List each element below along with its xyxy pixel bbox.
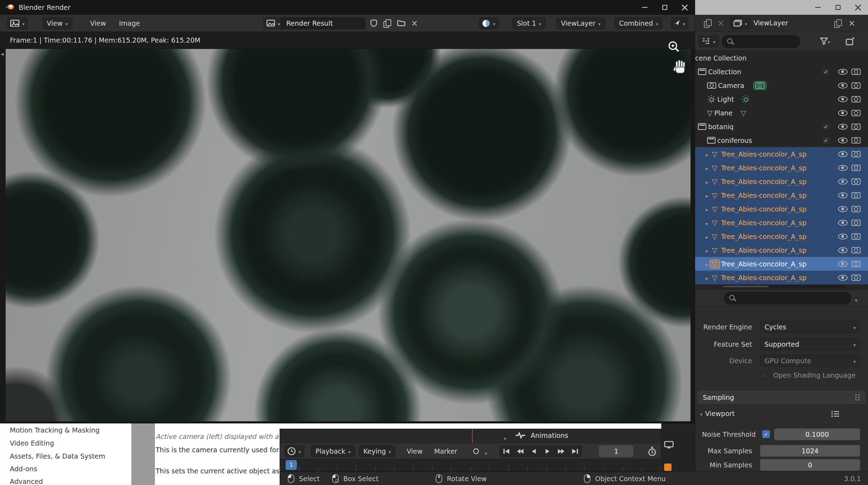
hide-in-viewport-icon[interactable]	[838, 165, 848, 171]
disable-in-renders-icon[interactable]	[851, 96, 861, 102]
outliner-row-tree-2[interactable]: Tree_Abies-concolor_A_sp	[695, 161, 868, 175]
editor-type-dropdown[interactable]	[7, 17, 28, 29]
light-data-icon[interactable]	[740, 94, 751, 104]
hide-in-viewport-icon[interactable]	[838, 96, 848, 102]
hide-in-viewport-icon[interactable]	[838, 275, 848, 281]
image-browse-dropdown[interactable]	[263, 17, 283, 29]
auto-keying-options-chevron[interactable]	[485, 449, 487, 456]
expand-arrow-icon[interactable]	[706, 178, 708, 185]
expand-arrow-icon[interactable]	[706, 164, 708, 172]
disable-in-renders-icon[interactable]	[851, 124, 861, 130]
jump-start-button[interactable]	[500, 446, 513, 456]
properties-search-input[interactable]	[724, 292, 851, 304]
outliner-row-collection[interactable]: Collection	[695, 65, 868, 78]
mesh-data-icon[interactable]	[739, 108, 748, 118]
outliner-row-scene-collection[interactable]: Scene Collection	[695, 51, 868, 65]
disable-in-renders-icon[interactable]	[851, 110, 861, 116]
outliner-row-tree-6[interactable]: Tree_Abies-concolor_A_sp	[695, 216, 868, 229]
outliner-row-botaniq[interactable]: botaniq	[695, 120, 868, 133]
slot-dropdown[interactable]: Slot 1	[512, 17, 546, 29]
outliner-row-camera[interactable]: Camera	[695, 78, 868, 92]
play-reverse-button[interactable]	[527, 446, 540, 456]
play-button[interactable]	[541, 446, 554, 456]
maximize-button[interactable]	[655, 0, 675, 15]
outliner-row-tree-7[interactable]: Tree_Abies-concolor_A_sp	[695, 229, 868, 243]
delete-scene-button[interactable]	[715, 17, 727, 29]
expand-arrow-icon[interactable]	[706, 191, 708, 199]
disable-in-renders-icon[interactable]	[851, 233, 861, 240]
docs-toc-addons[interactable]: Add-ons	[10, 465, 37, 473]
main-minimize-button[interactable]	[808, 0, 828, 15]
disable-in-renders-icon[interactable]	[851, 275, 861, 281]
hide-in-viewport-icon[interactable]	[838, 124, 848, 130]
outliner-row-tree-9-active[interactable]: Tree_Abies-concolor_A_sp	[695, 257, 868, 271]
hide-in-viewport-icon[interactable]	[838, 233, 848, 239]
keying-menu[interactable]: Keying	[359, 445, 395, 457]
menu-view[interactable]: View	[87, 17, 109, 29]
pass-dropdown[interactable]: Combined	[614, 17, 663, 29]
prev-keyframe-button[interactable]	[513, 446, 526, 456]
expand-arrow-icon[interactable]	[706, 274, 708, 282]
disable-in-renders-icon[interactable]	[851, 178, 861, 185]
cursor-options-dropdown[interactable]	[671, 17, 688, 29]
exclude-checkbox[interactable]	[822, 136, 830, 144]
playhead[interactable]: 1	[286, 460, 297, 470]
new-collection-button[interactable]	[844, 35, 856, 47]
timeline-marker-menu[interactable]: Marker	[431, 445, 460, 457]
new-view-layer-button[interactable]	[832, 17, 844, 29]
outliner-row-light[interactable]: Light	[695, 92, 868, 106]
disable-in-renders-icon[interactable]	[851, 69, 861, 75]
filter-icon[interactable]	[819, 35, 831, 47]
max-samples-field[interactable]: 1024	[760, 445, 860, 457]
docs-toc-motion-tracking[interactable]: Motion Tracking & Masking	[10, 426, 100, 434]
view-layer-name[interactable]: ViewLayer	[754, 19, 788, 27]
expand-arrow-icon[interactable]	[706, 219, 708, 227]
min-samples-field[interactable]: 0	[760, 459, 860, 471]
expand-arrow-icon[interactable]	[706, 150, 708, 158]
animations-section-label[interactable]: Animations	[531, 432, 568, 439]
device-dropdown[interactable]: GPU Compute	[760, 355, 860, 367]
outliner-row-tree-1[interactable]: Tree_Abies-concolor_A_sp	[695, 147, 868, 161]
docs-toc-assets-files[interactable]: Assets, Files, & Data System	[10, 452, 105, 460]
display-channels-dropdown[interactable]	[479, 17, 499, 29]
hide-in-viewport-icon[interactable]	[838, 261, 848, 267]
remove-view-layer-button[interactable]	[846, 17, 858, 29]
render-window-titlebar[interactable]: Blender Render	[0, 0, 695, 15]
outliner-row-tree-5[interactable]: Tree_Abies-concolor_A_sp	[695, 202, 868, 216]
osl-checkbox[interactable]	[760, 371, 768, 379]
new-scene-button[interactable]	[701, 17, 713, 29]
auto-keying-record-button[interactable]	[470, 445, 482, 457]
outliner-row-tree-4[interactable]: Tree_Abies-concolor_A_sp	[695, 188, 868, 202]
camera-data-icon[interactable]	[754, 82, 766, 89]
stopwatch-icon[interactable]	[646, 445, 658, 457]
main-maximize-button[interactable]	[828, 0, 848, 15]
sampling-panel-header[interactable]: Sampling	[697, 391, 866, 404]
hide-in-viewport-icon[interactable]	[838, 220, 848, 226]
disable-in-renders-icon[interactable]	[851, 247, 861, 253]
fake-user-shield-icon[interactable]	[368, 17, 380, 29]
disable-in-renders-icon[interactable]	[851, 82, 861, 89]
disable-in-renders-icon[interactable]	[851, 206, 861, 212]
next-keyframe-button[interactable]	[555, 446, 568, 456]
hide-in-viewport-icon[interactable]	[838, 69, 848, 75]
outliner-row-plane[interactable]: Plane	[695, 106, 868, 120]
mode-dropdown[interactable]: View	[42, 17, 73, 29]
timeline-view-menu[interactable]: View	[404, 445, 425, 457]
exclude-checkbox[interactable]	[822, 122, 830, 131]
hide-in-viewport-icon[interactable]	[838, 82, 848, 88]
expand-arrow-icon[interactable]	[706, 205, 708, 213]
view-layer-dropdown[interactable]	[730, 17, 750, 29]
monitor-icon[interactable]	[664, 441, 674, 450]
render-engine-dropdown[interactable]: Cycles	[760, 321, 860, 333]
unlink-image-button[interactable]	[408, 17, 420, 29]
main-close-button[interactable]	[848, 0, 868, 15]
hide-in-viewport-icon[interactable]	[838, 192, 848, 198]
hide-in-viewport-icon[interactable]	[838, 247, 848, 253]
outliner-row-tree-3[interactable]: Tree_Abies-concolor_A_sp	[695, 175, 868, 188]
disable-in-renders-icon[interactable]	[851, 151, 861, 157]
noise-threshold-checkbox[interactable]	[762, 430, 770, 438]
noise-threshold-field[interactable]: 0.1000	[774, 428, 860, 440]
playback-menu[interactable]: Playback	[311, 445, 355, 457]
hide-in-viewport-icon[interactable]	[838, 137, 848, 143]
expand-arrow-icon[interactable]	[706, 233, 708, 240]
